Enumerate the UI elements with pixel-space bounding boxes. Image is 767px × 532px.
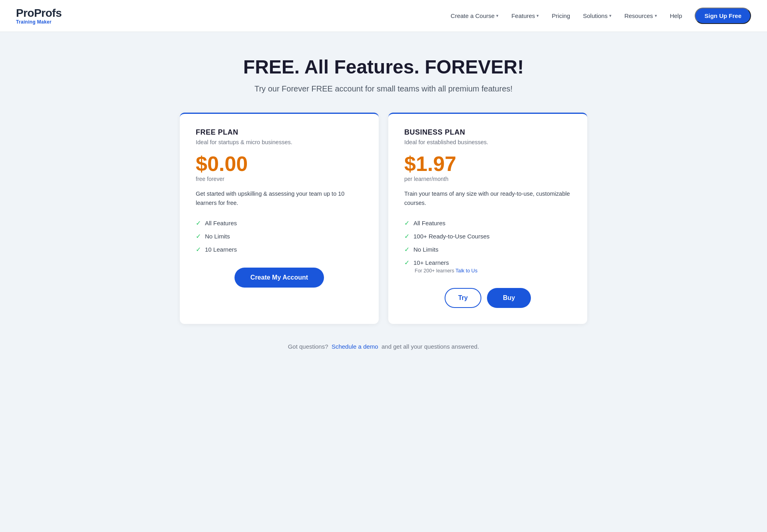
nav-label: Create a Course [451,12,495,19]
logo-pro: Pro [16,7,34,19]
feature-item: ✓All Features [404,219,571,227]
nav-item-help[interactable]: Help [664,9,688,22]
feature-item: ✓10 Learners [196,246,363,253]
buy-button[interactable]: Buy [487,288,531,308]
feature-item: ✓All Features [196,219,363,227]
chevron-down-icon: ▾ [496,13,499,18]
feature-item: ✓10+ Learners [404,259,571,266]
feature-sub-note: For 200+ learners Talk to Us [415,268,571,274]
nav-item-create-a-course[interactable]: Create a Course▾ [445,9,504,22]
plan-features: ✓All Features✓No Limits✓10 Learners [196,219,363,253]
try-button[interactable]: Try [445,288,481,308]
nav-item-pricing[interactable]: Pricing [546,9,576,22]
hero-subtitle: Try our Forever FREE account for small t… [180,84,587,93]
plan-actions: Create My Account [196,268,363,288]
feature-text: 10+ Learners [413,259,449,266]
nav-label: Resources [624,12,653,19]
chevron-down-icon: ▾ [609,13,612,18]
nav-item-solutions[interactable]: Solutions▾ [577,9,617,22]
logo-profs: Profs [34,7,62,19]
bottom-prefix: Got questions? [288,343,328,350]
plan-tagline: Ideal for startups & micro businesses. [196,139,363,145]
nav-label: Pricing [552,12,570,19]
nav-label: Features [511,12,535,19]
nav-item-resources[interactable]: Resources▾ [619,9,663,22]
signup-button[interactable]: Sign Up Free [695,8,751,24]
checkmark-icon: ✓ [196,232,201,240]
create-my-account-button[interactable]: Create My Account [234,268,324,288]
plan-price: $0.00 [196,153,363,174]
feature-item: ✓No Limits [196,232,363,240]
checkmark-icon: ✓ [196,246,201,253]
feature-text: All Features [205,220,237,226]
plan-description: Get started with upskilling & assessing … [196,189,363,208]
feature-text: All Features [413,220,445,226]
feature-item: ✓No Limits [404,246,571,253]
hero-title: FREE. All Features. FOREVER! [180,56,587,78]
plan-card-free: FREE PLANIdeal for startups & micro busi… [180,113,379,324]
chevron-down-icon: ▾ [537,13,539,18]
feature-text: No Limits [205,233,230,240]
nav-item-features[interactable]: Features▾ [506,9,544,22]
plan-actions: TryBuy [404,288,571,308]
logo[interactable]: ProProfs Training Maker [16,8,62,24]
plan-price-note: per learner/month [404,176,571,182]
plan-features: ✓All Features✓100+ Ready-to-Use Courses✓… [404,219,571,274]
plan-description: Train your teams of any size with our re… [404,189,571,208]
checkmark-icon: ✓ [404,246,409,253]
plan-name: BUSINESS PLAN [404,128,571,137]
checkmark-icon: ✓ [404,219,409,227]
checkmark-icon: ✓ [404,232,409,240]
nav-label: Solutions [583,12,608,19]
logo-tagline: Training Maker [16,20,52,24]
main-nav: Create a Course▾Features▾PricingSolution… [445,8,751,24]
bottom-note: Got questions? Schedule a demo and get a… [180,343,587,350]
plan-tagline: Ideal for established businesses. [404,139,571,145]
schedule-demo-link[interactable]: Schedule a demo [332,343,378,350]
feature-text: 100+ Ready-to-Use Courses [413,233,490,240]
bottom-suffix: and get all your questions answered. [382,343,479,350]
feature-text: 10 Learners [205,246,237,253]
plan-price: $1.97 [404,153,571,174]
pricing-grid: FREE PLANIdeal for startups & micro busi… [180,113,587,324]
talk-to-us-link[interactable]: Talk to Us [455,268,477,274]
feature-text: No Limits [413,246,439,253]
checkmark-icon: ✓ [404,259,409,266]
plan-price-note: free forever [196,176,363,182]
nav-label: Help [670,12,682,19]
hero-section: FREE. All Features. FOREVER! Try our For… [180,56,587,93]
feature-item: ✓100+ Ready-to-Use Courses [404,232,571,240]
plan-card-business: BUSINESS PLANIdeal for established busin… [388,113,587,324]
checkmark-icon: ✓ [196,219,201,227]
plan-name: FREE PLAN [196,128,363,137]
chevron-down-icon: ▾ [655,13,657,18]
